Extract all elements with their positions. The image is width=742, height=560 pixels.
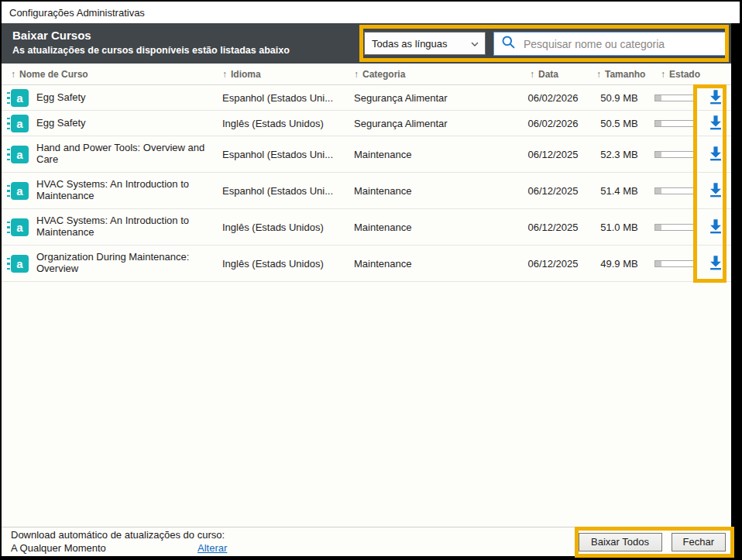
sort-up-icon: ↑ (222, 69, 227, 80)
course-tamanho: 50.5 MB (587, 118, 651, 129)
course-badge-icon: a (11, 218, 29, 236)
download-button[interactable] (699, 218, 731, 237)
table-header: ↑Nome de Curso ↑Idioma ↑Categoria ↑Data … (2, 64, 731, 85)
course-idioma: Inglês (Estads Unidos) (222, 118, 354, 129)
course-name: Egg Safety (36, 118, 222, 129)
course-tamanho: 50.9 MB (587, 92, 651, 104)
course-badge-icon: a (11, 182, 29, 200)
course-data: 06/12/2025 (519, 258, 587, 270)
course-badge-icon: a (11, 255, 29, 273)
sort-up-icon: ↑ (596, 69, 601, 80)
empty-area (2, 282, 731, 527)
window-titlebar: Configurações Administrativas (2, 2, 740, 23)
progress-bar (651, 151, 699, 158)
download-button[interactable] (699, 181, 731, 201)
page-title: Baixar Cursos (12, 29, 91, 42)
course-name: HVAC Systems: An Introduction to Mainten… (36, 215, 222, 239)
course-badge-icon: a (11, 89, 29, 107)
download-button[interactable] (699, 145, 731, 164)
search-input[interactable] (522, 37, 720, 51)
course-idioma: Inglês (Estads Unidos) (222, 258, 354, 270)
column-header-estado[interactable]: ↑Estado (651, 69, 731, 80)
course-categoria: Segurança Alimentar (354, 118, 519, 129)
table-row: a Hand and Power Tools: Overview and Car… (2, 136, 731, 173)
course-badge-icon: a (11, 146, 29, 163)
column-header-nome[interactable]: ↑Nome de Curso (11, 69, 222, 80)
table-row: a HVAC Systems: An Introduction to Maint… (2, 209, 731, 246)
course-badge-icon: a (11, 115, 29, 132)
course-idioma: Inglês (Estads Unidos) (222, 222, 354, 233)
course-tamanho: 51.0 MB (587, 222, 651, 233)
auto-download-label: Download automático de atualizações do c… (11, 529, 227, 541)
download-icon (707, 88, 724, 108)
course-tamanho: 49.9 MB (587, 258, 651, 270)
download-icon (707, 218, 724, 237)
progress-bar (651, 187, 699, 194)
column-header-data[interactable]: ↑Data (519, 69, 587, 80)
chevron-down-icon (471, 38, 479, 50)
course-tamanho: 51.4 MB (587, 185, 651, 197)
table-row: a HVAC Systems: An Introduction to Maint… (2, 173, 731, 209)
course-data: 06/02/2026 (519, 92, 587, 104)
progress-bar (651, 224, 699, 231)
course-categoria: Maintenance (354, 258, 519, 270)
course-idioma: Espanhol (Estados Uni... (222, 149, 354, 160)
admin-settings-window: Configurações Administrativas Baixar Cur… (0, 0, 742, 560)
download-all-button[interactable]: Baixar Todos (579, 533, 662, 551)
download-button[interactable] (699, 114, 731, 133)
course-categoria: Maintenance (354, 222, 519, 233)
column-header-tamanho[interactable]: ↑Tamanho (587, 69, 651, 80)
search-field[interactable] (493, 32, 726, 56)
course-data: 06/12/2025 (519, 149, 587, 160)
course-table: a Egg Safety Espanhol (Estados Uni... Se… (2, 85, 731, 282)
close-button[interactable]: Fechar (672, 533, 726, 551)
course-idioma: Espanhol (Estados Uni... (222, 185, 354, 197)
course-name: HVAC Systems: An Introduction to Mainten… (36, 179, 222, 202)
download-icon (707, 181, 724, 201)
download-button[interactable] (699, 88, 731, 108)
download-icon (707, 145, 724, 164)
change-link[interactable]: Alterar (198, 542, 227, 554)
course-data: 06/12/2025 (519, 185, 587, 197)
course-data: 06/02/2026 (519, 118, 587, 129)
course-categoria: Segurança Alimentar (354, 92, 519, 104)
sort-up-icon: ↑ (11, 69, 15, 80)
column-header-categoria[interactable]: ↑Categoria (354, 69, 519, 80)
sort-up-icon: ↑ (530, 69, 534, 80)
table-row: a Egg Safety Inglês (Estads Unidos) Segu… (2, 111, 731, 136)
dialog-body: Baixar Cursos As atualizações de cursos … (2, 23, 731, 556)
page-header: Baixar Cursos As atualizações de cursos … (2, 23, 731, 64)
download-icon (707, 254, 724, 273)
table-row: a Egg Safety Espanhol (Estados Uni... Se… (2, 85, 731, 111)
course-categoria: Maintenance (354, 149, 519, 160)
language-filter-value: Todas as línguas (372, 38, 448, 50)
course-idioma: Espanhol (Estados Uni... (222, 92, 354, 104)
course-name: Hand and Power Tools: Overview and Care (36, 143, 222, 166)
course-name: Organization During Maintenance: Overvie… (36, 252, 222, 275)
progress-bar (651, 120, 699, 127)
auto-download-value: A Qualquer Momento (11, 542, 198, 555)
page-subtitle: As atualizações de cursos disponíveis es… (12, 45, 290, 56)
auto-download-info: Download automático de atualizações do c… (11, 529, 227, 554)
window-title: Configurações Administrativas (9, 7, 145, 19)
course-data: 06/12/2025 (519, 222, 587, 233)
download-icon (707, 114, 724, 133)
download-button[interactable] (699, 254, 731, 273)
progress-bar (651, 260, 699, 267)
table-row: a Organization During Maintenance: Overv… (2, 246, 731, 282)
sort-up-icon: ↑ (661, 69, 665, 80)
language-filter-dropdown[interactable]: Todas as línguas (364, 32, 486, 55)
course-categoria: Maintenance (354, 185, 519, 197)
course-name: Egg Safety (36, 92, 222, 104)
sort-up-icon: ↑ (354, 69, 359, 80)
search-icon (501, 35, 516, 53)
column-header-idioma[interactable]: ↑Idioma (222, 69, 354, 80)
footer-bar: Download automático de atualizações do c… (2, 527, 731, 556)
course-tamanho: 52.3 MB (587, 149, 651, 160)
progress-bar (651, 94, 699, 101)
